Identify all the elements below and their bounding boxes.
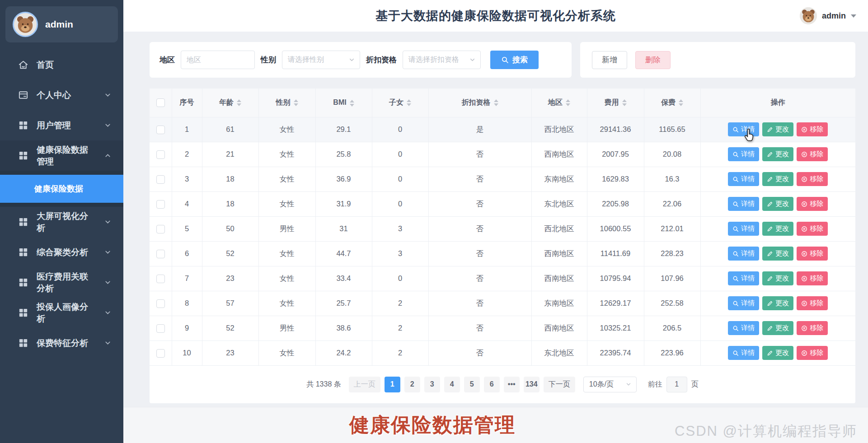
detail-button[interactable]: 详情	[728, 222, 759, 236]
sidebar-item-insurance-data[interactable]: 健康保险数据	[0, 175, 123, 203]
detail-button[interactable]: 详情	[728, 147, 759, 161]
sidebar-item-users[interactable]: 用户管理	[0, 110, 123, 140]
sort-toggle[interactable]	[494, 99, 498, 106]
edit-button[interactable]: 更改	[762, 147, 793, 161]
detail-button[interactable]: 详情	[728, 172, 759, 186]
sidebar-item-profile[interactable]: 个人中心	[0, 80, 123, 110]
remove-button[interactable]: 移除	[797, 197, 828, 211]
region-input[interactable]	[181, 51, 255, 69]
sidebar-item-insured-portrait[interactable]: 投保人画像分析	[0, 298, 123, 328]
sidebar-item-bigscreen[interactable]: 大屏可视化分析	[0, 207, 123, 237]
circle-x-icon	[801, 350, 807, 356]
select-all-checkbox[interactable]	[156, 98, 165, 107]
sidebar-item-medical-cost[interactable]: 医疗费用关联分析	[0, 267, 123, 298]
add-button[interactable]: 新增	[592, 51, 627, 69]
page-size-select[interactable]: 10条/页	[583, 377, 637, 392]
edit-button[interactable]: 更改	[762, 346, 793, 360]
remove-button[interactable]: 移除	[797, 296, 828, 310]
edit-button[interactable]: 更改	[762, 271, 793, 285]
row-checkbox[interactable]	[156, 324, 165, 333]
prev-page-button[interactable]: 上一页	[349, 377, 380, 392]
search-icon	[732, 176, 739, 182]
remove-button[interactable]: 移除	[797, 122, 828, 136]
remove-button[interactable]: 移除	[797, 247, 828, 261]
edit-button[interactable]: 更改	[762, 122, 793, 136]
cell-age: 52	[202, 316, 258, 340]
cell-cost: 22395.74	[587, 340, 644, 365]
row-checkbox[interactable]	[156, 299, 165, 308]
cell-region: 西北地区	[531, 117, 587, 142]
detail-button[interactable]: 详情	[728, 321, 759, 335]
page-button[interactable]: 5	[464, 377, 480, 392]
search-button[interactable]: 搜索	[490, 51, 539, 69]
next-page-button[interactable]: 下一页	[544, 377, 575, 392]
page-button[interactable]: 1	[385, 377, 400, 392]
row-checkbox[interactable]	[156, 175, 165, 184]
edit-button[interactable]: 更改	[762, 197, 793, 211]
row-checkbox[interactable]	[156, 225, 165, 233]
sort-toggle[interactable]	[237, 99, 241, 106]
cell-gender: 女性	[258, 241, 315, 266]
page-button[interactable]: •••	[504, 377, 520, 392]
sort-toggle[interactable]	[407, 99, 411, 106]
cell-cost: 10795.94	[587, 266, 644, 291]
row-select-cell	[150, 266, 172, 291]
sidebar-item-label: 健康保险数据管理	[37, 144, 96, 168]
page-button[interactable]: 6	[484, 377, 500, 392]
sidebar-item-premium-feature[interactable]: 保费特征分析	[0, 328, 123, 358]
sort-toggle[interactable]	[294, 99, 298, 106]
sort-toggle[interactable]	[622, 99, 627, 106]
edit-button[interactable]: 更改	[762, 172, 793, 186]
page-button[interactable]: 3	[424, 377, 440, 392]
sort-toggle[interactable]	[350, 100, 354, 107]
sidebar-item-home[interactable]: 首页	[0, 50, 123, 80]
edit-button[interactable]: 更改	[762, 321, 793, 335]
goto-page-input[interactable]	[666, 377, 687, 392]
remove-button[interactable]: 移除	[797, 147, 828, 161]
row-checkbox[interactable]	[156, 349, 165, 358]
detail-button[interactable]: 详情	[728, 346, 759, 360]
remove-button[interactable]: 移除	[797, 271, 828, 285]
sidebar-user-card[interactable]: admin	[5, 6, 118, 42]
sort-toggle[interactable]	[566, 99, 570, 106]
header-username: admin	[822, 11, 846, 21]
sidebar-item-cluster[interactable]: 综合聚类分析	[0, 237, 123, 267]
detail-button[interactable]: 详情	[728, 197, 759, 211]
cell-children: 0	[372, 167, 428, 191]
cell-seq: 2	[172, 142, 202, 167]
user-avatar	[13, 12, 38, 37]
edit-button[interactable]: 更改	[762, 247, 793, 261]
card-icon	[18, 90, 28, 100]
remove-button[interactable]: 移除	[797, 172, 828, 186]
detail-button[interactable]: 详情	[728, 296, 759, 310]
remove-button[interactable]: 移除	[797, 222, 828, 236]
discount-select[interactable]: 请选择折扣资格	[403, 51, 481, 69]
circle-x-icon	[801, 251, 807, 257]
gender-select[interactable]: 请选择性别	[282, 51, 360, 69]
row-select-cell	[150, 117, 172, 142]
row-checkbox[interactable]	[156, 126, 165, 134]
edit-button[interactable]: 更改	[762, 296, 793, 310]
row-checkbox[interactable]	[156, 275, 165, 283]
remove-button[interactable]: 移除	[797, 321, 828, 335]
header-user-menu[interactable]: admin	[800, 0, 856, 32]
cell-discount: 否	[428, 191, 531, 216]
row-checkbox[interactable]	[156, 250, 165, 258]
cell-age: 61	[202, 117, 258, 142]
sidebar-item-insurance-mgmt[interactable]: 健康保险数据管理	[0, 140, 123, 171]
sidebar: admin 首页 个人中心 用户管理 健康保险数据管理 健康保险数据	[0, 0, 123, 443]
page-button[interactable]: 2	[404, 377, 420, 392]
sort-toggle[interactable]	[679, 99, 683, 106]
detail-button[interactable]: 详情	[728, 247, 759, 261]
chevron-down-icon	[625, 381, 632, 387]
delete-button[interactable]: 删除	[635, 51, 671, 69]
page-button[interactable]: 4	[444, 377, 460, 392]
row-checkbox[interactable]	[156, 200, 165, 209]
cell-children: 0	[372, 142, 428, 167]
row-checkbox[interactable]	[156, 150, 165, 159]
detail-button[interactable]: 详情	[728, 271, 759, 285]
cell-children: 0	[372, 117, 428, 142]
remove-button[interactable]: 移除	[797, 346, 828, 360]
page-button[interactable]: 134	[524, 377, 540, 392]
edit-button[interactable]: 更改	[762, 222, 793, 236]
